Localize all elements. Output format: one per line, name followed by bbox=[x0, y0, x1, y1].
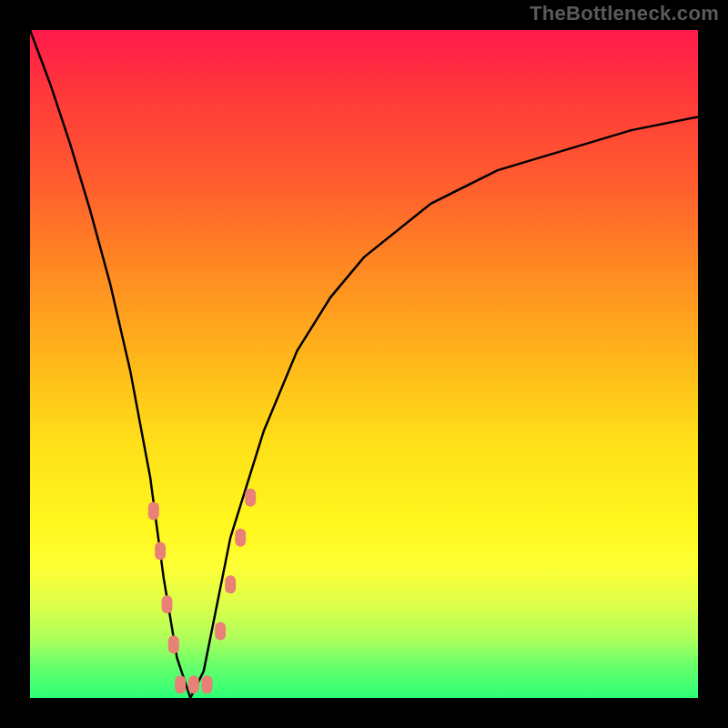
marker-dot bbox=[162, 595, 173, 613]
bottleneck-curve bbox=[30, 30, 698, 698]
marker-group bbox=[148, 489, 256, 694]
plot-area bbox=[30, 30, 698, 698]
curve-svg bbox=[30, 30, 698, 698]
marker-dot bbox=[225, 575, 236, 593]
marker-dot bbox=[155, 542, 166, 561]
marker-dot bbox=[202, 675, 213, 693]
marker-dot bbox=[168, 635, 179, 653]
marker-dot bbox=[148, 502, 159, 521]
marker-dot bbox=[245, 489, 256, 507]
marker-dot bbox=[215, 622, 226, 641]
chart-frame: TheBottleneck.com bbox=[0, 0, 728, 728]
marker-dot bbox=[175, 675, 186, 693]
marker-dot bbox=[235, 529, 246, 547]
watermark-text: TheBottleneck.com bbox=[530, 2, 719, 25]
marker-dot bbox=[188, 675, 199, 693]
